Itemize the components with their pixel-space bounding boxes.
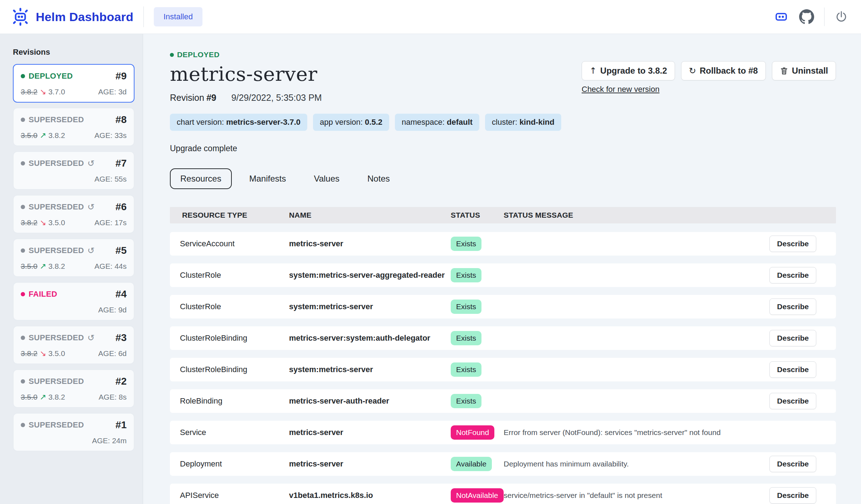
new-version: 3.8.2 — [48, 393, 65, 401]
reconfigure-icon: ↺ — [88, 246, 95, 255]
tab-notes[interactable]: Notes — [357, 168, 400, 189]
old-version: 3.8.2 — [21, 88, 38, 96]
revision-card-6[interactable]: SUPERSEDED↺#63.8.2↘3.5.0AGE: 17s — [13, 195, 134, 233]
revision-card-7[interactable]: SUPERSEDED↺#7AGE: 55s — [13, 151, 134, 190]
uninstall-button[interactable]: Uninstall — [772, 61, 836, 80]
new-version: 3.8.2 — [48, 131, 65, 139]
revision-status-label: SUPERSEDED — [29, 420, 84, 430]
revision-card-8[interactable]: SUPERSEDED#83.5.0↗3.8.2AGE: 33s — [13, 108, 134, 146]
status-badge: Exists — [451, 394, 481, 408]
old-version: 3.8.2 — [21, 218, 38, 227]
tab-installed[interactable]: Installed — [154, 7, 202, 26]
version-change: 3.5.0↗3.8.2 — [21, 131, 65, 140]
version-change: 3.5.0↗3.8.2 — [21, 392, 65, 401]
resource-name: metrics-server-auth-reader — [289, 396, 451, 406]
revision-card-4[interactable]: FAILED#4AGE: 9d — [13, 282, 134, 321]
status-badge: Available — [451, 457, 492, 471]
describe-button[interactable]: Describe — [769, 330, 816, 346]
header-divider — [143, 6, 144, 27]
downgrade-arrow-icon: ↘ — [40, 218, 46, 227]
describe-button[interactable]: Describe — [769, 456, 816, 472]
resource-status-cell: Available — [451, 457, 504, 471]
resource-type: APIService — [180, 491, 289, 500]
revisions-heading: Revisions — [13, 48, 133, 57]
resource-status-cell: Exists — [451, 300, 504, 314]
revisions-list: DEPLOYED#93.8.2↘3.7.0AGE: 3dSUPERSEDED#8… — [13, 64, 133, 451]
resource-status-cell: NotFound — [451, 425, 504, 440]
chip-value: metrics-server-3.7.0 — [226, 118, 300, 127]
revision-age: AGE: 44s — [94, 262, 127, 271]
resource-row: ClusterRoleBindingmetrics-server:system:… — [170, 326, 836, 350]
revision-status: SUPERSEDED — [21, 115, 84, 124]
local-cluster-robot-icon[interactable] — [774, 10, 788, 24]
revision-age: AGE: 55s — [94, 175, 127, 183]
resource-status-cell: Exists — [451, 237, 504, 251]
resource-type: ClusterRole — [180, 302, 289, 311]
resource-type: ClusterRole — [180, 271, 289, 280]
describe-button[interactable]: Describe — [769, 361, 816, 378]
describe-button[interactable]: Describe — [769, 236, 816, 252]
helm-dashboard-logo-icon — [10, 6, 31, 27]
revision-card-3[interactable]: SUPERSEDED↺#33.8.2↘3.5.0AGE: 6d — [13, 326, 134, 364]
resources-table-header: RESOURCE TYPE NAME STATUS STATUS MESSAGE — [170, 207, 836, 223]
revision-line: Revision #9 9/29/2022, 5:35:03 PM — [170, 93, 836, 103]
revision-number: #9 — [206, 93, 216, 103]
revision-card-1[interactable]: SUPERSEDED#1AGE: 24m — [13, 413, 134, 451]
release-meta-chips: chart version: metrics-server-3.7.0app v… — [170, 114, 836, 131]
reconfigure-icon: ↺ — [88, 333, 95, 342]
tab-manifests[interactable]: Manifests — [239, 168, 297, 189]
resource-name: metrics-server — [289, 428, 451, 437]
revision-status: SUPERSEDED↺ — [21, 159, 95, 168]
app-title: Helm Dashboard — [36, 10, 133, 24]
up-arrow-icon: ↑ — [590, 66, 597, 75]
resource-name: system:metrics-server — [289, 365, 451, 374]
column-header-status-message: STATUS MESSAGE — [504, 211, 836, 219]
describe-button[interactable]: Describe — [769, 393, 816, 409]
describe-button[interactable]: Describe — [769, 487, 816, 504]
upgrade-button[interactable]: ↑ Upgrade to 3.8.2 — [582, 61, 675, 80]
revision-card-2[interactable]: SUPERSEDED#23.5.0↗3.8.2AGE: 8s — [13, 369, 134, 408]
status-message: Deployment has minimum availability. — [504, 460, 769, 468]
release-tabs: ResourcesManifestsValuesNotes — [170, 168, 836, 189]
revision-age: AGE: 8s — [99, 393, 127, 401]
revision-number: #8 — [116, 114, 127, 125]
resource-row: APIServicev1beta1.metrics.k8s.ioNotAvail… — [170, 484, 836, 504]
resource-name: metrics-server — [289, 239, 451, 248]
power-shutdown-icon[interactable] — [835, 10, 848, 24]
describe-button[interactable]: Describe — [769, 267, 816, 283]
resource-status-cell: Exists — [451, 268, 504, 282]
chip-label: chart version: — [177, 118, 226, 127]
revision-status-label: SUPERSEDED — [29, 202, 84, 212]
old-version: 3.5.0 — [21, 393, 38, 401]
revision-age: AGE: 9d — [98, 306, 127, 314]
version-change: 3.8.2↘3.7.0 — [21, 87, 65, 96]
revision-number: #4 — [116, 288, 127, 300]
rollback-button[interactable]: ↻ Rollback to #8 — [681, 61, 766, 80]
upgrade-arrow-icon: ↗ — [40, 262, 46, 271]
resource-type: ClusterRoleBinding — [180, 333, 289, 343]
status-badge: Exists — [451, 268, 481, 282]
meta-chip: namespace: default — [395, 114, 479, 131]
revision-status: SUPERSEDED↺ — [21, 246, 95, 255]
revision-number: #5 — [116, 245, 127, 256]
rollback-arrow-icon: ↻ — [689, 66, 696, 75]
revision-card-5[interactable]: SUPERSEDED↺#53.5.0↗3.8.2AGE: 44s — [13, 238, 134, 277]
tab-values[interactable]: Values — [303, 168, 350, 189]
revision-age: AGE: 17s — [94, 218, 127, 227]
new-version: 3.5.0 — [48, 349, 65, 357]
resource-status-cell: NotAvailable — [451, 488, 504, 503]
revision-age: AGE: 3d — [98, 88, 127, 96]
revision-number: #9 — [116, 70, 127, 82]
resource-type: ServiceAccount — [180, 239, 289, 248]
describe-button[interactable]: Describe — [769, 298, 816, 315]
check-new-version-link[interactable]: Check for new version — [582, 85, 660, 94]
revision-card-9[interactable]: DEPLOYED#93.8.2↘3.7.0AGE: 3d — [13, 64, 134, 103]
revision-status: SUPERSEDED↺ — [21, 333, 95, 342]
resource-row: ClusterRolesystem:metrics-serverExistsDe… — [170, 295, 836, 318]
revision-status: SUPERSEDED↺ — [21, 202, 95, 212]
github-icon[interactable] — [799, 9, 814, 24]
tab-resources[interactable]: Resources — [170, 168, 232, 189]
column-header-status: STATUS — [451, 211, 504, 219]
old-version: 3.8.2 — [21, 349, 38, 357]
revision-status: DEPLOYED — [21, 71, 73, 81]
